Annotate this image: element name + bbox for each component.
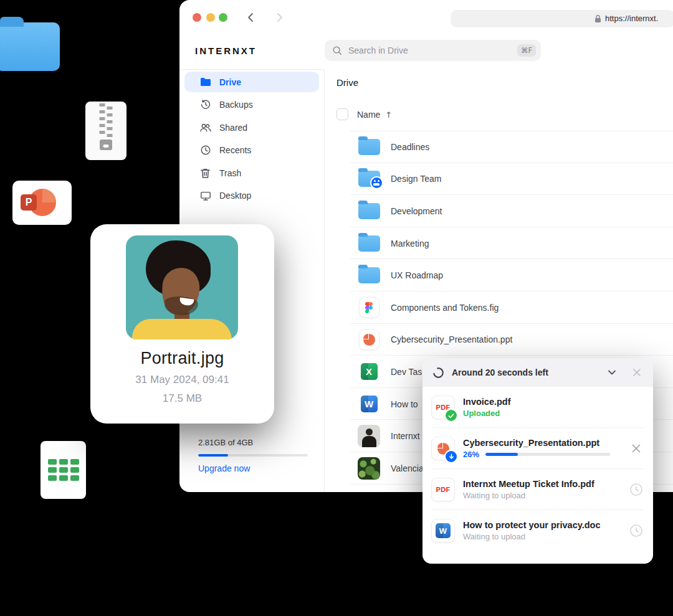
sort-ascending-icon: ↑	[385, 110, 392, 120]
table-row[interactable]: Deadlines	[324, 131, 673, 163]
page-title: Drive	[336, 77, 358, 88]
upload-filename: Internxt Meetup Ticket Info.pdf	[463, 479, 644, 489]
sidebar-item-backups[interactable]: Backups	[184, 95, 319, 115]
photo-thumbnail	[358, 457, 380, 480]
clock-icon	[199, 145, 211, 156]
search-shortcut-badge: ⌘F	[517, 44, 536, 57]
folder-icon	[358, 139, 380, 155]
sidebar-item-label: Backups	[219, 100, 253, 110]
waiting-clock-icon	[629, 483, 643, 496]
word-icon: W	[361, 396, 378, 412]
address-bar[interactable]: https://internxt.	[451, 10, 673, 27]
table-row[interactable]: Components and Tokens.fig	[324, 291, 673, 324]
folder-icon	[199, 76, 211, 88]
row-label: Development	[391, 206, 442, 216]
sidebar-item-drive[interactable]: Drive	[184, 72, 319, 92]
pdf-icon: PDF	[431, 396, 455, 419]
composite-scene: P https://internxt. INTERNXT	[0, 0, 673, 616]
upload-filename: How to protect your privacy.doc	[463, 520, 644, 530]
lock-icon	[594, 14, 602, 23]
upload-percent: 26%	[463, 450, 479, 459]
upload-progress-panel: Around 20 seconds left PDF Invoice.pdf U…	[422, 358, 653, 564]
row-label: Deadlines	[391, 142, 429, 152]
monitor-icon	[199, 190, 211, 202]
table-row[interactable]: Marketing	[324, 227, 673, 260]
sidebar-item-trash[interactable]: Trash	[184, 163, 319, 183]
minimize-window-button[interactable]	[206, 13, 215, 22]
upload-status: Waiting to upload	[463, 491, 644, 500]
sidebar-item-shared[interactable]: Shared	[184, 117, 319, 138]
storage-usage: 2.81GB of 4GB	[198, 438, 308, 447]
zip-file-icon	[85, 102, 126, 160]
preview-date: 31 May 2024, 09:41	[90, 374, 274, 386]
cancel-upload-icon[interactable]	[629, 442, 643, 455]
excel-icon: X	[361, 363, 378, 380]
upload-item: Cybersecurity_Presentation.ppt 26%	[422, 428, 653, 469]
spreadsheet-file-icon	[41, 441, 86, 499]
storage-bar-fill	[198, 454, 228, 457]
name-header-label: Name	[357, 110, 380, 120]
storage-section: 2.81GB of 4GB Upgrade now	[198, 438, 308, 473]
history-icon	[199, 99, 211, 111]
powerpoint-logo-icon: P	[29, 189, 56, 216]
upload-item: PDF Invoice.pdf Uploaded	[422, 387, 653, 428]
preview-filename: Portrait.jpg	[90, 349, 274, 368]
sidebar-header-divider	[179, 69, 324, 70]
table-row[interactable]: Development	[324, 195, 673, 227]
row-label: Marketing	[391, 239, 429, 249]
spreadsheet-grid-icon	[48, 459, 79, 481]
table-row[interactable]: Design Team	[324, 163, 673, 196]
upload-status: Uploaded	[463, 409, 644, 418]
zipper-teeth	[100, 103, 113, 138]
back-button[interactable]	[246, 12, 256, 22]
upload-panel-header: Around 20 seconds left	[422, 358, 653, 387]
folder-icon	[358, 235, 380, 252]
close-window-button[interactable]	[193, 13, 201, 22]
upload-status: Waiting to upload	[463, 532, 644, 541]
figma-icon	[359, 297, 379, 318]
search-input[interactable]	[347, 45, 512, 56]
upload-progress-bar	[485, 453, 610, 456]
sidebar-item-label: Desktop	[219, 191, 251, 201]
search-icon	[332, 45, 342, 55]
select-all-checkbox[interactable]	[336, 108, 348, 120]
trash-icon	[199, 167, 211, 179]
spinner-icon	[432, 367, 444, 379]
row-label: Internxt	[391, 431, 420, 441]
sidebar-item-desktop[interactable]: Desktop	[184, 186, 319, 206]
file-preview-card: Portrait.jpg 31 May 2024, 09:41 17.5 MB	[90, 224, 274, 424]
forward-button[interactable]	[274, 12, 284, 22]
row-label: Cybersecurity_Presentation.ppt	[391, 334, 512, 344]
word-icon: W	[431, 519, 455, 543]
shared-badge-icon	[370, 176, 383, 189]
search-bar[interactable]: ⌘F	[325, 40, 541, 61]
table-row[interactable]: Cybersecurity_Presentation.ppt	[324, 324, 673, 356]
maximize-window-button[interactable]	[219, 13, 227, 22]
pdf-icon: PDF	[431, 478, 455, 501]
row-label: Dev Tas	[391, 367, 422, 377]
powerpoint-file-icon: P	[12, 181, 72, 225]
photo-thumbnail	[358, 425, 380, 447]
sidebar-item-label: Drive	[219, 77, 241, 87]
folder-icon	[358, 267, 380, 283]
people-icon	[199, 121, 211, 133]
sidebar-item-label: Trash	[219, 168, 241, 178]
internxt-logo: INTERNXT	[195, 45, 257, 56]
upload-item: PDF Internxt Meetup Ticket Info.pdf Wait…	[422, 469, 653, 510]
powerpoint-icon	[431, 437, 455, 460]
check-badge-icon	[444, 409, 458, 422]
storage-bar	[198, 454, 308, 457]
chevron-down-icon[interactable]	[606, 366, 618, 379]
close-icon[interactable]	[631, 366, 643, 379]
upgrade-link[interactable]: Upgrade now	[198, 463, 308, 473]
row-label: Components and Tokens.fig	[391, 303, 499, 313]
upload-item: W How to protect your privacy.doc Waitin…	[422, 510, 653, 551]
powerpoint-letter: P	[21, 194, 37, 211]
name-column-header[interactable]: Name ↑	[357, 110, 392, 120]
upload-filename: Cybersecurity_Presentation.ppt	[463, 438, 644, 448]
sidebar-item-recents[interactable]: Recents	[184, 140, 319, 161]
table-row[interactable]: UX Roadmap	[324, 259, 673, 291]
sidebar-item-label: Shared	[219, 123, 247, 133]
folder-icon	[358, 203, 380, 219]
row-label: How to	[391, 399, 418, 409]
